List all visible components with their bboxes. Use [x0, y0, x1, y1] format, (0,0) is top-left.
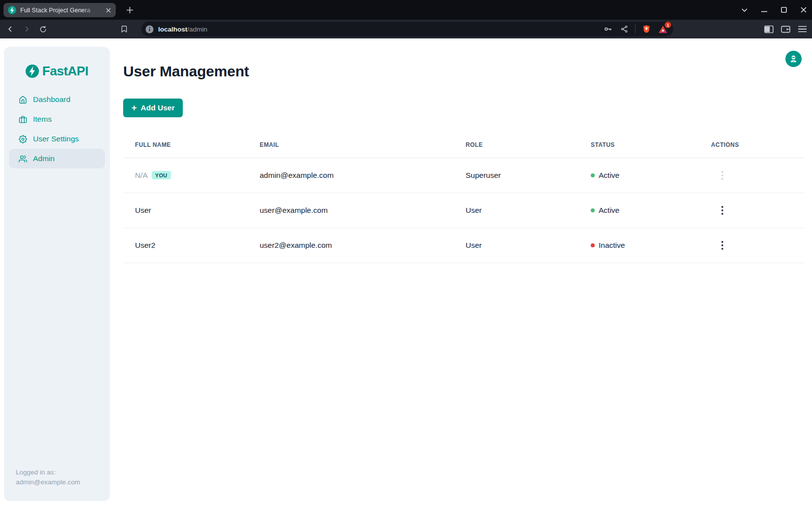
logo-wordmark: FastAPI — [42, 64, 88, 79]
share-icon[interactable] — [619, 24, 630, 34]
cell-full-name: User — [123, 193, 248, 228]
logged-in-email: admin@example.com — [16, 477, 80, 487]
browser-tab-bar: Full Stack Project Genera — [0, 0, 812, 20]
cell-full-name: N/A — [135, 171, 148, 179]
page-title: User Management — [123, 63, 249, 80]
fastapi-favicon-icon — [8, 6, 16, 14]
sidebar-item-admin[interactable]: Admin — [9, 149, 105, 168]
brave-rewards-icon[interactable]: 1 — [657, 24, 668, 34]
password-key-icon[interactable] — [603, 24, 613, 34]
status-dot — [591, 173, 595, 177]
browser-tab[interactable]: Full Stack Project Genera — [3, 3, 116, 17]
sidebar: FastAPI Dashboard Items User Settings — [4, 47, 110, 501]
tab-close-icon[interactable] — [104, 6, 112, 14]
brave-shield-icon[interactable] — [641, 24, 652, 34]
tab-title: Full Stack Project Genera — [20, 7, 100, 14]
briefcase-icon — [19, 115, 27, 124]
reload-icon[interactable] — [37, 24, 48, 34]
status-label: Inactive — [599, 241, 625, 250]
cell-role: User — [454, 228, 579, 263]
user-menu-button[interactable] — [785, 51, 802, 67]
rewards-notification-badge: 1 — [665, 22, 671, 28]
fastapi-bolt-icon — [26, 65, 39, 78]
window-maximize-button[interactable] — [779, 5, 788, 14]
sidebar-item-items[interactable]: Items — [9, 109, 105, 129]
main-content: User Management + Add User FULL NAME EMA… — [123, 38, 812, 505]
wallet-icon[interactable] — [780, 24, 791, 34]
users-table: FULL NAME EMAIL ROLE STATUS ACTIONS N/AY… — [123, 132, 804, 263]
cell-email: admin@example.com — [248, 158, 454, 193]
status-dot — [591, 243, 595, 247]
menu-hamburger-icon[interactable] — [797, 24, 808, 34]
row-actions-menu-icon[interactable] — [716, 168, 729, 183]
table-row: User user@example.com User Active — [123, 193, 804, 228]
status-label: Active — [599, 171, 619, 180]
cell-email: user@example.com — [248, 193, 454, 228]
add-user-button[interactable]: + Add User — [123, 99, 183, 117]
col-role: ROLE — [454, 132, 579, 158]
logged-in-footer: Logged in as: admin@example.com — [16, 468, 80, 487]
toolbar-divider — [635, 25, 636, 34]
col-full-name: FULL NAME — [123, 132, 248, 158]
cell-role: Superuser — [454, 158, 579, 193]
home-icon — [19, 96, 27, 104]
new-tab-button[interactable] — [124, 4, 136, 16]
status-dot — [591, 208, 595, 212]
user-astronaut-icon — [789, 54, 798, 64]
address-bar[interactable]: localhost/admin 1 — [141, 22, 673, 36]
forward-icon[interactable] — [21, 24, 32, 34]
col-email: EMAIL — [248, 132, 454, 158]
col-actions: ACTIONS — [699, 132, 804, 158]
url-text: localhost/admin — [158, 26, 207, 33]
site-info-icon[interactable] — [145, 25, 154, 34]
plus-icon: + — [132, 103, 137, 112]
row-actions-menu-icon[interactable] — [716, 203, 729, 218]
cell-full-name: User2 — [123, 228, 248, 263]
tab-search-chevron-icon[interactable] — [740, 5, 749, 14]
users-icon — [19, 155, 27, 163]
back-icon[interactable] — [5, 24, 16, 34]
sidebar-item-user-settings[interactable]: User Settings — [9, 129, 105, 149]
bookmark-icon[interactable] — [119, 24, 130, 34]
logged-in-label: Logged in as: — [16, 468, 80, 477]
table-row: User2 user2@example.com User Inactive — [123, 228, 804, 263]
cell-email: user2@example.com — [248, 228, 454, 263]
status-label: Active — [599, 206, 619, 215]
table-row: N/AYOU admin@example.com Superuser Activ… — [123, 158, 804, 193]
sidebar-nav: Dashboard Items User Settings Admin — [4, 90, 110, 168]
table-header-row: FULL NAME EMAIL ROLE STATUS ACTIONS — [123, 132, 804, 158]
col-status: STATUS — [579, 132, 699, 158]
fastapi-logo: FastAPI — [4, 64, 110, 79]
you-badge: YOU — [152, 171, 171, 179]
browser-toolbar: localhost/admin 1 — [0, 20, 812, 38]
row-actions-menu-icon[interactable] — [716, 238, 729, 253]
window-close-button[interactable] — [799, 5, 808, 14]
window-minimize-button[interactable] — [760, 5, 769, 14]
sidebar-panel-icon[interactable] — [764, 24, 774, 34]
cell-role: User — [454, 193, 579, 228]
gear-icon — [19, 135, 27, 143]
sidebar-item-dashboard[interactable]: Dashboard — [9, 90, 105, 109]
